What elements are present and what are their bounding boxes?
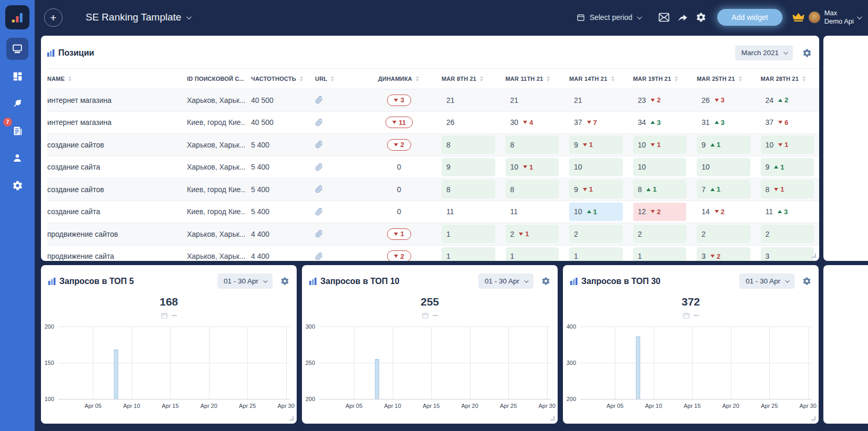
dynamics-cell: 2 bbox=[373, 246, 436, 261]
v-gridline bbox=[170, 327, 171, 399]
sort-icon[interactable] bbox=[802, 76, 806, 81]
widget-settings-gear-icon[interactable] bbox=[280, 277, 289, 286]
user-menu[interactable]: Max Demo Api bbox=[824, 9, 854, 26]
position-value: 2 bbox=[702, 230, 706, 238]
resize-handle[interactable] bbox=[811, 416, 815, 421]
triangle-down-icon bbox=[394, 99, 398, 102]
position-value: 37 bbox=[574, 118, 582, 127]
url-link-icon[interactable] bbox=[315, 141, 323, 149]
widget-settings-gear-icon[interactable] bbox=[541, 277, 550, 286]
triangle-up-icon bbox=[651, 121, 655, 124]
url-link-icon[interactable] bbox=[315, 208, 323, 216]
column-header-10[interactable]: MAR 25TH 21 bbox=[692, 69, 756, 89]
sort-icon[interactable] bbox=[675, 76, 678, 81]
sidebar-item-news[interactable]: 7 bbox=[6, 120, 28, 142]
url-link-icon[interactable] bbox=[315, 96, 323, 104]
triangle-down-icon bbox=[523, 165, 527, 169]
resize-handle[interactable] bbox=[812, 254, 816, 258]
column-header-11[interactable]: MAR 28TH 21 bbox=[756, 69, 820, 89]
h-gridline bbox=[319, 399, 551, 400]
se-ranking-logo[interactable] bbox=[5, 5, 29, 29]
widget-settings-gear-icon[interactable] bbox=[802, 277, 811, 286]
chart-period-select[interactable]: 01 - 30 Apr bbox=[217, 274, 273, 289]
dynamics-cell: 0 bbox=[373, 156, 436, 178]
column-header-4[interactable]: URL bbox=[310, 69, 373, 89]
triangle-down-icon bbox=[651, 99, 655, 102]
v-gridline bbox=[615, 327, 615, 399]
position-cell: 1 bbox=[628, 246, 692, 261]
sort-icon[interactable] bbox=[331, 76, 334, 81]
sidebar-item-settings[interactable] bbox=[6, 174, 28, 196]
triangle-down-icon bbox=[583, 188, 587, 191]
dynamics-cell: 0 bbox=[373, 178, 436, 201]
v-gridline bbox=[654, 327, 654, 399]
x-axis-label: Apr 20 bbox=[200, 403, 217, 409]
position-change: 3 bbox=[778, 208, 788, 216]
column-header-2[interactable]: ID ПОИСКОВОЙ С... bbox=[182, 69, 246, 89]
column-header-9[interactable]: MAR 19TH 21 bbox=[628, 69, 692, 89]
dashboard-title-dropdown[interactable]: SE Ranking Tamplate bbox=[86, 12, 190, 23]
position-cell: 10 bbox=[564, 156, 628, 178]
url-link-icon[interactable] bbox=[315, 253, 323, 260]
add-widget-button[interactable]: Add widget bbox=[717, 9, 782, 26]
widget-settings-gear-icon[interactable] bbox=[802, 48, 812, 58]
position-change: 3 bbox=[651, 119, 661, 127]
column-label: ID ПОИСКОВОЙ С... bbox=[187, 76, 244, 82]
url-link-icon[interactable] bbox=[315, 163, 323, 171]
comparison-placeholder[interactable] bbox=[41, 312, 297, 319]
add-dashboard-button[interactable]: + bbox=[44, 8, 62, 27]
sort-icon[interactable] bbox=[480, 76, 483, 81]
sort-icon[interactable] bbox=[68, 76, 71, 81]
chevron-down-icon[interactable] bbox=[857, 14, 862, 19]
column-header-3[interactable]: ЧАСТОТНОСТЬ bbox=[246, 69, 310, 89]
sidebar-item-dashboard[interactable] bbox=[6, 38, 28, 60]
column-header-8[interactable]: MAR 14TH 21 bbox=[564, 69, 628, 89]
url-cell bbox=[310, 156, 373, 178]
comparison-placeholder[interactable] bbox=[302, 312, 558, 319]
h-gridline bbox=[58, 399, 290, 400]
table-period-select[interactable]: March 2021 bbox=[735, 45, 793, 60]
column-header-7[interactable]: MAR 11TH 21 bbox=[500, 69, 564, 89]
mail-button[interactable] bbox=[658, 13, 670, 22]
sort-icon[interactable] bbox=[611, 76, 614, 81]
chart-period-select[interactable]: 01 - 30 Apr bbox=[478, 274, 534, 289]
dynamics-cell: 3 bbox=[373, 89, 436, 111]
position-change: 1 bbox=[583, 141, 593, 149]
position-cell: 101 bbox=[756, 134, 820, 156]
select-period-button[interactable]: Select period bbox=[577, 13, 641, 22]
comparison-placeholder[interactable] bbox=[563, 312, 819, 319]
url-link-icon[interactable] bbox=[315, 119, 323, 127]
table-row: создание сайтаХарьков, Харьк...5 4000910… bbox=[47, 156, 819, 178]
position-change: 3 bbox=[715, 119, 725, 127]
triangle-down-icon bbox=[519, 233, 523, 236]
sidebar-item-integrations[interactable] bbox=[6, 92, 28, 114]
sidebar-item-users[interactable] bbox=[6, 147, 28, 169]
resize-handle[interactable] bbox=[289, 416, 294, 421]
table-row: создание сайтаКиев, город Кие...5 400011… bbox=[47, 201, 819, 223]
settings-button[interactable] bbox=[696, 12, 706, 23]
column-header-5[interactable]: ДИНАМИКА bbox=[373, 69, 436, 89]
sort-icon[interactable] bbox=[547, 76, 550, 81]
topbar: + SE Ranking Tamplate Select period Add … bbox=[35, 0, 868, 35]
total-count: 168 bbox=[41, 296, 297, 308]
position-change: 1 bbox=[583, 185, 593, 193]
url-link-icon[interactable] bbox=[315, 185, 323, 193]
position-value: 1 bbox=[638, 252, 642, 260]
widget-title: Запросов в ТОП 5 bbox=[59, 277, 134, 286]
share-button[interactable] bbox=[677, 13, 688, 22]
sort-icon[interactable] bbox=[300, 76, 303, 81]
user-avatar[interactable] bbox=[809, 12, 820, 23]
url-link-icon[interactable] bbox=[315, 230, 323, 238]
sort-icon[interactable] bbox=[416, 76, 419, 81]
sort-icon[interactable] bbox=[739, 76, 742, 81]
column-header-6[interactable]: MAR 8TH 21 bbox=[436, 69, 500, 89]
keyword-cell: создание сайтов bbox=[47, 178, 182, 201]
position-change: 2 bbox=[710, 253, 720, 260]
chart-period-select[interactable]: 01 - 30 Apr bbox=[739, 274, 794, 289]
resize-handle[interactable] bbox=[550, 416, 555, 421]
column-header-1[interactable]: NAME bbox=[47, 69, 182, 89]
position-value: 8 bbox=[446, 141, 451, 149]
position-cell: 8 bbox=[500, 134, 564, 156]
position-change: 2 bbox=[715, 208, 725, 216]
sidebar-item-widgets[interactable] bbox=[6, 65, 28, 87]
